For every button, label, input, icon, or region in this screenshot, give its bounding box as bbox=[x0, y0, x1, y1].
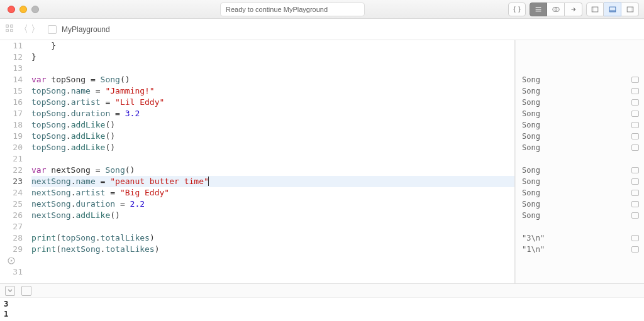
code-line[interactable]: } bbox=[31, 40, 514, 52]
code-line[interactable]: nextSong.artist = "Big Eddy" bbox=[31, 187, 514, 199]
line-number: 31 bbox=[0, 266, 23, 278]
code-line[interactable] bbox=[31, 266, 514, 278]
panel-right[interactable] bbox=[621, 3, 639, 16]
editor-mode-standard[interactable] bbox=[530, 3, 547, 16]
nav-forward-button[interactable]: 〉 bbox=[31, 23, 40, 35]
code-line[interactable]: topSong.addLike() bbox=[31, 119, 514, 131]
panel-bottom-icon bbox=[608, 5, 617, 14]
result-row: Song bbox=[522, 131, 644, 142]
panel-left-icon bbox=[591, 5, 599, 14]
panel-left[interactable] bbox=[586, 3, 604, 16]
braces-icon bbox=[513, 5, 521, 14]
result-row bbox=[522, 266, 644, 278]
result-row: Song bbox=[522, 85, 644, 97]
code-line[interactable] bbox=[31, 255, 514, 266]
close-window-button[interactable] bbox=[8, 6, 15, 13]
code-line[interactable]: nextSong.duration = 2.2 bbox=[31, 199, 514, 210]
code-line[interactable]: var topSong = Song() bbox=[31, 74, 514, 85]
nav-arrows: 〈 〉 bbox=[19, 23, 40, 35]
line-gutter: 1112131415161718192021222324252627282931 bbox=[0, 40, 28, 283]
result-row bbox=[522, 221, 644, 232]
quicklook-button[interactable] bbox=[631, 178, 639, 185]
results-sidebar: SongSongSongSongSongSongSongSongSongSong… bbox=[515, 40, 644, 283]
quicklook-button[interactable] bbox=[631, 99, 639, 106]
status-bar: Ready to continue MyPlayground bbox=[220, 3, 365, 16]
related-items-icon[interactable] bbox=[5, 24, 14, 35]
code-line[interactable]: topSong.addLike() bbox=[31, 131, 514, 142]
svg-rect-11 bbox=[11, 30, 13, 32]
lines-icon bbox=[534, 5, 543, 14]
nav-back-button[interactable]: 〈 bbox=[19, 23, 28, 35]
minimize-window-button[interactable] bbox=[19, 6, 27, 13]
line-number: 22 bbox=[0, 165, 23, 176]
console-line: 1 bbox=[4, 309, 640, 319]
code-line[interactable]: nextSong.addLike() bbox=[31, 210, 514, 221]
code-line[interactable] bbox=[31, 63, 514, 74]
quicklook-button[interactable] bbox=[631, 167, 639, 173]
code-line[interactable]: print(nextSong.totalLikes) bbox=[31, 244, 514, 255]
result-value: Song bbox=[522, 131, 540, 142]
code-line[interactable]: print(topSong.totalLikes) bbox=[31, 232, 514, 244]
braces-button[interactable] bbox=[508, 3, 526, 16]
code-line[interactable]: topSong.duration = 3.2 bbox=[31, 108, 514, 119]
quicklook-button[interactable] bbox=[631, 122, 639, 128]
zoom-window-button[interactable] bbox=[31, 6, 39, 13]
line-number: 29 bbox=[0, 244, 23, 255]
code-editor[interactable]: }}var topSong = Song()topSong.name = "Ja… bbox=[28, 40, 514, 283]
line-number: 17 bbox=[0, 108, 23, 119]
traffic-lights bbox=[8, 6, 39, 13]
line-number: 11 bbox=[0, 40, 23, 52]
code-line[interactable]: topSong.name = "Jamming!" bbox=[31, 85, 514, 97]
panel-bottom[interactable] bbox=[604, 3, 621, 16]
line-number: 16 bbox=[0, 97, 23, 108]
svg-rect-5 bbox=[609, 9, 616, 11]
console-clear-button[interactable] bbox=[21, 286, 31, 296]
code-line[interactable]: var nextSong = Song() bbox=[31, 165, 514, 176]
arrow-right-icon bbox=[569, 5, 578, 14]
run-line-button[interactable] bbox=[0, 255, 23, 266]
line-number: 21 bbox=[0, 153, 23, 165]
code-line[interactable]: topSong.addLike() bbox=[31, 142, 514, 153]
chevron-down-icon bbox=[7, 288, 13, 294]
quicklook-button[interactable] bbox=[631, 212, 639, 219]
editor-mode-assistant[interactable] bbox=[547, 3, 565, 16]
line-number: 27 bbox=[0, 221, 23, 232]
result-value: Song bbox=[522, 119, 540, 131]
result-row bbox=[522, 40, 644, 52]
code-line[interactable] bbox=[31, 221, 514, 232]
line-number: 25 bbox=[0, 199, 23, 210]
result-row: Song bbox=[522, 108, 644, 119]
result-value: Song bbox=[522, 199, 540, 210]
quicklook-button[interactable] bbox=[631, 201, 639, 207]
toolbar-right bbox=[508, 3, 639, 16]
console-toggle-button[interactable] bbox=[5, 286, 15, 296]
editor-mode-version[interactable] bbox=[565, 3, 582, 16]
result-value: Song bbox=[522, 210, 540, 221]
quicklook-button[interactable] bbox=[631, 77, 639, 83]
quicklook-button[interactable] bbox=[631, 246, 639, 253]
line-number: 19 bbox=[0, 131, 23, 142]
quicklook-button[interactable] bbox=[631, 235, 639, 241]
code-line[interactable] bbox=[31, 153, 514, 165]
svg-rect-9 bbox=[11, 25, 13, 28]
code-area[interactable]: 1112131415161718192021222324252627282931… bbox=[0, 40, 515, 283]
svg-rect-10 bbox=[6, 30, 9, 32]
quicklook-button[interactable] bbox=[631, 190, 639, 196]
panel-right-icon bbox=[626, 5, 635, 14]
code-line[interactable]: topSong.artist = "Lil Eddy" bbox=[31, 97, 514, 108]
quicklook-button[interactable] bbox=[631, 133, 639, 139]
result-value: Song bbox=[522, 187, 540, 199]
file-name[interactable]: MyPlayground bbox=[62, 25, 110, 34]
quicklook-button[interactable] bbox=[631, 111, 639, 117]
result-row: Song bbox=[522, 119, 644, 131]
result-row: Song bbox=[522, 97, 644, 108]
code-line[interactable]: } bbox=[31, 52, 514, 63]
line-number: 24 bbox=[0, 187, 23, 199]
code-line[interactable]: nextSong.name = "peanut butter time" bbox=[31, 176, 514, 187]
status-text: Ready to continue MyPlayground bbox=[226, 6, 328, 13]
quicklook-button[interactable] bbox=[631, 88, 639, 94]
svg-rect-7 bbox=[631, 7, 633, 12]
console-output: 31 bbox=[0, 297, 644, 321]
quicklook-button[interactable] bbox=[631, 144, 639, 151]
result-row: Song bbox=[522, 142, 644, 153]
